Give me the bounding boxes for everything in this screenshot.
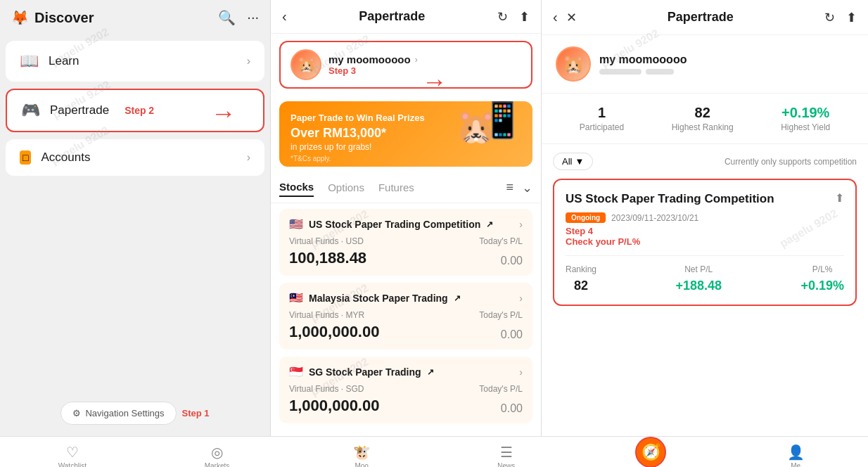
nav-item-watchlist[interactable]: ♡ Watchlist [51,444,94,467]
competition-share-icon[interactable]: ⬆ [835,191,844,205]
header-icons: 🔍 ··· [218,9,259,26]
discover-active-bg: 🧭 [635,437,666,467]
left-header: 🦊 Discover 🔍 ··· [0,0,270,35]
navigation-settings-button[interactable]: ⚙ Navigation Settings [60,402,176,425]
stat-highest-yield: +0.19% Highest Yield [781,105,830,132]
settings-gear-icon: ⚙ [72,408,81,418]
middle-panel-header: ‹ Papertrade ↻ ⬆ [271,0,541,34]
nav-item-discover[interactable]: 🧭 Discover [630,437,672,467]
promo-banner[interactable]: Paper Trade to Win Real Prizes Over RM13… [279,101,532,167]
search-icon[interactable]: 🔍 [218,9,236,26]
all-filter-button[interactable]: All ▼ [553,153,593,170]
sidebar-item-accounts[interactable]: □ Accounts › pagelu 9202 [6,139,264,176]
promo-phone-emoji: 📱 [480,101,525,141]
share-icon[interactable]: ⬆ [846,10,857,25]
trading-list: 🇺🇸 US Stock Paper Trading Competition ↗ … [271,203,541,436]
more-icon[interactable]: ··· [247,9,259,26]
comp-pnl-percent: P/L% +0.19% [800,264,844,293]
nav-items: 📖 Learn › pagelu 9202 🎮 Papertrade Step … [0,35,270,390]
external-link-icon: ↗ [454,293,461,303]
discover-icon: 🧭 [642,443,660,461]
middle-panel: ‹ Papertrade ↻ ⬆ 🐹 my moomooooo › Step 3… [271,0,542,436]
tab-futures[interactable]: Futures [378,179,414,196]
user-sub-bar1 [599,69,642,75]
stat-participated: 1 Participated [580,105,624,132]
list-item[interactable]: 🇸🇬 SG Stock Paper Trading ↗ › Virtual Fu… [279,357,532,423]
tab-options[interactable]: Options [328,179,364,196]
arrow-step2: → [211,98,236,128]
stats-row: 1 Participated 82 Highest Ranking +0.19%… [542,94,868,144]
tabs-row: Stocks Options Futures ≡ ⌄ [271,172,541,203]
user-sub-bar2 [646,69,674,75]
user-chevron-icon: › [415,55,418,65]
markets-icon: ◎ [211,444,223,461]
ongoing-badge: Ongoing [566,212,606,223]
close-icon[interactable]: ✕ [566,10,577,25]
comp-ranking: Ranking 82 [566,264,596,293]
left-panel: 🦊 Discover 🔍 ··· 📖 Learn › pagelu 9202 [0,0,271,436]
back-icon[interactable]: ‹ [553,9,558,25]
chevron-right-icon: › [519,366,523,378]
papertrade-icon: 🎮 [21,101,40,120]
arrow-step3: → [422,67,447,96]
right-user-section: 🐹 my moomooooo pagelu 9202 [542,35,868,94]
chevron-right-icon: › [519,219,523,230]
brand-icon: 🦊 [11,9,29,26]
competition-filter: All ▼ Currently only supports competitio… [553,153,857,170]
share-icon[interactable]: ⬆ [519,9,530,25]
tab-stocks[interactable]: Stocks [279,178,314,197]
competition-table: Ranking 82 Net P/L +188.48 P/L% +0.19% [566,255,844,293]
comp-net-pnl: Net P/L +188.48 [675,264,722,293]
right-panel: ‹ ✕ Papertrade ↻ ⬆ 🐹 my moomooooo pagelu… [542,0,868,436]
list-item[interactable]: 🇲🇾 Malaysia Stock Paper Trading ↗ › Virt… [279,283,532,350]
news-icon: ☰ [500,444,513,461]
right-panel-header: ‹ ✕ Papertrade ↻ ⬆ [542,0,868,35]
chevron-right-icon: › [247,55,250,68]
app-title: 🦊 Discover [11,9,94,26]
list-icon[interactable]: ≡ [506,180,513,196]
my-flag-icon: 🇲🇾 [289,291,303,305]
learn-icon: 📖 [20,52,39,70]
filter-icon: ▼ [575,156,584,167]
external-link-icon: ↗ [486,219,493,229]
right-header-icons: ↻ ⬆ [824,10,857,25]
competition-card: US Stock Paper Trading Competition ⬆ Ong… [553,179,857,306]
nav-item-moo[interactable]: 🐮 Moo [340,444,383,467]
middle-header-icons: ↻ ⬆ [497,9,530,25]
refresh-icon[interactable]: ↻ [824,10,835,25]
competition-section: All ▼ Currently only supports competitio… [542,144,868,314]
back-icon[interactable]: ‹ [282,8,287,25]
chevron-down-icon[interactable]: ⌄ [522,180,532,196]
external-link-icon: ↗ [427,367,434,377]
me-icon: 👤 [787,444,805,461]
refresh-icon[interactable]: ↻ [497,9,508,25]
step4-label: Step 4 Check your P/L% [566,226,844,247]
accounts-icon: □ [20,151,31,165]
stat-highest-ranking: 82 Highest Ranking [672,105,734,132]
right-user-avatar: 🐹 [556,46,591,82]
list-item[interactable]: 🇺🇸 US Stock Paper Trading Competition ↗ … [279,209,532,276]
nav-item-me[interactable]: 👤 Me [774,444,817,467]
promo-tac: *T&Cs apply. [291,155,521,162]
nav-settings-area: ⚙ Navigation Settings Step 1 [0,390,270,436]
chevron-right-icon: › [519,293,523,304]
chevron-right-icon: › [247,151,250,164]
sidebar-item-learn[interactable]: 📖 Learn › pagelu 9202 [6,41,264,82]
bottom-nav: ♡ Watchlist ◎ Markets 🐮 Moo ☰ News 🧭 Dis… [0,436,868,467]
watchlist-icon: ♡ [66,444,79,461]
us-flag-icon: 🇺🇸 [289,217,303,231]
sg-flag-icon: 🇸🇬 [289,365,303,378]
user-avatar: 🐹 [291,49,321,80]
moo-icon: 🐮 [353,444,371,461]
nav-item-markets[interactable]: ◎ Markets [196,444,238,467]
user-profile-card[interactable]: 🐹 my moomooooo › Step 3 pagelu 9202 [279,41,532,89]
nav-item-news[interactable]: ☰ News [485,444,528,467]
